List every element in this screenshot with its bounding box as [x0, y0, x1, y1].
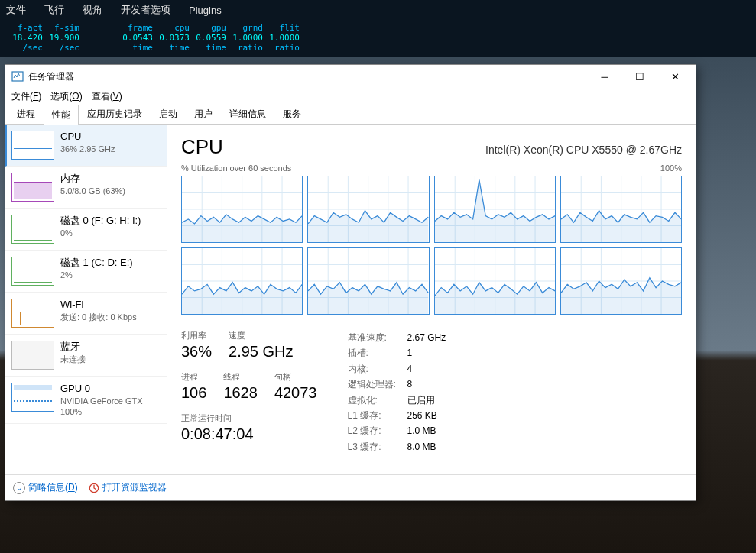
- sidebar-item-gpu[interactable]: GPU 0 NVIDIA GeForce GTX 100%: [5, 377, 167, 424]
- tab-4[interactable]: 用户: [186, 104, 221, 124]
- menu-view[interactable]: 查看(V): [92, 90, 122, 103]
- sidebar-item-name: 磁盘 0 (F: G: H: I:): [60, 215, 141, 228]
- tab-6[interactable]: 服务: [274, 104, 310, 124]
- sim-stat: time: [116, 43, 153, 53]
- disk-thumb-icon: [11, 257, 54, 286]
- maximize-button[interactable]: ☐: [622, 65, 657, 88]
- uptime-label: 正常运行时间: [181, 412, 317, 424]
- tab-3[interactable]: 启动: [151, 104, 186, 124]
- spec-value: 1: [407, 345, 413, 361]
- spec-value: 8: [407, 377, 413, 392]
- footer: ⌄ 简略信息(D) 打开资源监视器: [5, 474, 696, 500]
- chart-max-label: 100%: [660, 163, 682, 173]
- sim-stat: [79, 43, 116, 53]
- sim-stat: grnd: [226, 23, 263, 33]
- svg-rect-0: [12, 72, 23, 81]
- close-button[interactable]: ✕: [657, 65, 693, 88]
- sim-stat: time: [153, 43, 190, 53]
- spec-value: 1.0 MB: [407, 423, 436, 438]
- spec-value: 2.67 GHz: [407, 330, 446, 345]
- sidebar-item-name: CPU: [60, 131, 115, 144]
- sidebar-item-sub: 0%: [60, 228, 141, 238]
- tab-1[interactable]: 性能: [44, 105, 79, 125]
- wifi-thumb-icon: [11, 299, 54, 328]
- spec-key: 虚拟化:: [348, 393, 407, 408]
- sidebar-item-disk[interactable]: 磁盘 0 (F: G: H: I:) 0%: [5, 209, 167, 251]
- brief-info-link[interactable]: ⌄ 简略信息(D): [13, 481, 78, 494]
- sim-stats: f-actf-simframecpugpugrndflit 18.42019.9…: [0, 20, 756, 57]
- tab-strip: 进程性能应用历史记录启动用户详细信息服务: [5, 105, 696, 125]
- tab-5[interactable]: 详细信息: [221, 104, 274, 124]
- metric-label: 进程: [181, 371, 206, 383]
- sim-stat: ratio: [263, 43, 300, 53]
- sim-stat: gpu: [190, 23, 226, 33]
- spec-key: L3 缓存:: [348, 439, 407, 454]
- sim-stat: /sec: [6, 43, 43, 53]
- sim-menu-item[interactable]: 飞行: [44, 3, 64, 17]
- tab-2[interactable]: 应用历史记录: [79, 104, 151, 124]
- cpu-core-chart: [434, 247, 556, 315]
- sim-stat: 1.0000: [263, 33, 300, 43]
- bt-thumb-icon: [11, 341, 54, 370]
- cpu-thumb-icon: [11, 131, 54, 160]
- window-title: 任务管理器: [28, 70, 587, 83]
- sim-menu-item[interactable]: Plugins: [189, 5, 222, 16]
- sim-menu-item[interactable]: 视角: [83, 3, 102, 17]
- task-manager-window: 任务管理器 ─ ☐ ✕ 文件(F) 选项(O) 查看(V) 进程性能应用历史记录…: [5, 64, 696, 501]
- cpu-core-chart: [560, 176, 682, 243]
- sim-stat: frame: [116, 23, 153, 33]
- metric-value: 1628: [223, 384, 258, 402]
- spec-key: 内核:: [348, 361, 407, 377]
- menu-options[interactable]: 选项(O): [50, 90, 82, 103]
- resmon-icon: [89, 483, 99, 493]
- open-resmon-link[interactable]: 打开资源监视器: [89, 481, 167, 494]
- metric-label: 句柄: [274, 371, 317, 383]
- sim-stat: f-act: [6, 23, 43, 33]
- metric-label: 速度: [229, 330, 293, 341]
- mem-thumb-icon: [11, 173, 54, 202]
- tab-0[interactable]: 进程: [8, 104, 44, 124]
- sidebar-item-bt[interactable]: 蓝牙 未连接: [5, 335, 167, 377]
- sidebar-item-wifi[interactable]: Wi-Fi 发送: 0 接收: 0 Kbps: [5, 293, 167, 335]
- sidebar-item-sub: NVIDIA GeForce GTX: [60, 396, 143, 406]
- titlebar[interactable]: 任务管理器 ─ ☐ ✕: [5, 65, 696, 88]
- sim-stat: /sec: [43, 43, 79, 53]
- minimize-button[interactable]: ─: [587, 65, 622, 88]
- uptime-value: 0:08:47:04: [181, 425, 317, 443]
- sidebar-item-mem[interactable]: 内存 5.0/8.0 GB (63%): [5, 167, 167, 209]
- cpu-specs: 基准速度: 2.67 GHz插槽: 1内核: 4逻辑处理器: 8虚拟化: 已启用…: [348, 330, 446, 454]
- sim-menu-item[interactable]: 开发者选项: [121, 3, 170, 17]
- sim-stat: 0.0543: [116, 33, 153, 43]
- menu-file[interactable]: 文件(F): [11, 90, 41, 103]
- sim-stat: [79, 23, 116, 33]
- metric-label: 利用率: [181, 330, 212, 341]
- sim-menubar: 文件 飞行 视角 开发者选项 Plugins: [0, 0, 756, 20]
- spec-key: 基准速度:: [348, 330, 407, 345]
- sim-stat: f-sim: [43, 23, 79, 33]
- sidebar-item-sub: 发送: 0 接收: 0 Kbps: [60, 312, 137, 322]
- sim-menu-item[interactable]: 文件: [6, 3, 26, 17]
- sim-stat: [79, 33, 116, 43]
- chevron-down-icon: ⌄: [13, 482, 25, 494]
- metric-label: 线程: [223, 371, 258, 383]
- sidebar-item-sub: 未连接: [60, 354, 86, 364]
- spec-value: 256 KB: [407, 408, 437, 423]
- cpu-model: Intel(R) Xeon(R) CPU X5550 @ 2.67GHz: [485, 144, 682, 156]
- sidebar-item-cpu[interactable]: CPU 36% 2.95 GHz: [5, 125, 167, 167]
- spec-key: L1 缓存:: [348, 408, 407, 423]
- metric-value: 36%: [181, 343, 212, 361]
- spec-value: 已启用: [407, 393, 435, 408]
- sidebar-item-disk[interactable]: 磁盘 1 (C: D: E:) 2%: [5, 251, 167, 293]
- cpu-core-chart: [560, 247, 682, 315]
- spec-key: 插槽:: [348, 345, 407, 361]
- sim-stat: ratio: [226, 43, 263, 53]
- panel-title: CPU: [181, 135, 223, 159]
- cpu-core-chart: [307, 247, 429, 315]
- chart-axis-label: % Utilization over 60 seconds: [181, 163, 291, 173]
- sim-stat: 1.0000: [226, 33, 263, 43]
- sidebar-item-sub: 2%: [60, 270, 133, 280]
- sim-stat: flit: [263, 23, 300, 33]
- sidebar-item-sub: 36% 2.95 GHz: [60, 144, 115, 154]
- sidebar-item-sub: 5.0/8.0 GB (63%): [60, 186, 125, 196]
- sim-stat: 0.0373: [153, 33, 190, 43]
